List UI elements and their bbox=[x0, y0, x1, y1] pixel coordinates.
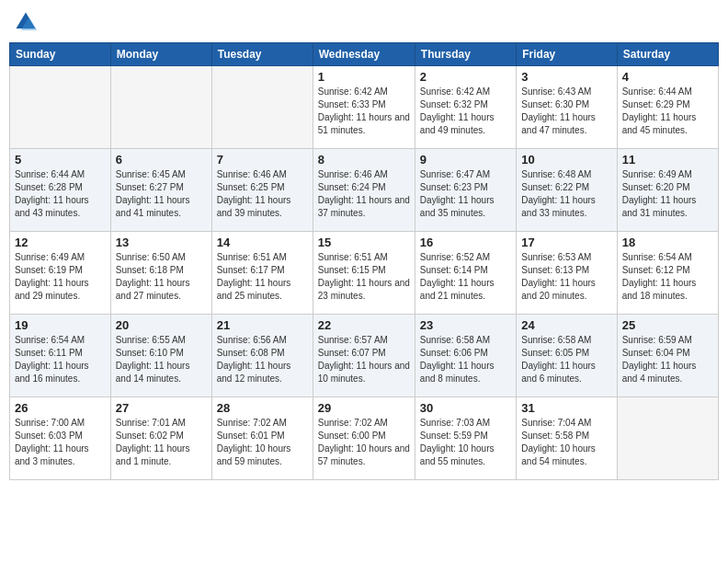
calendar-day-cell: 24Sunrise: 6:58 AMSunset: 6:05 PMDayligh… bbox=[517, 315, 617, 397]
day-info: Sunrise: 6:44 AMSunset: 6:29 PMDaylight:… bbox=[622, 86, 713, 137]
day-info: Sunrise: 6:42 AMSunset: 6:33 PMDaylight:… bbox=[318, 86, 410, 137]
calendar-day-cell: 17Sunrise: 6:53 AMSunset: 6:13 PMDayligh… bbox=[517, 232, 617, 315]
day-info: Sunrise: 6:49 AMSunset: 6:20 PMDaylight:… bbox=[622, 168, 713, 220]
day-info: Sunrise: 6:53 AMSunset: 6:13 PMDaylight:… bbox=[521, 251, 611, 303]
day-info: Sunrise: 6:54 AMSunset: 6:12 PMDaylight:… bbox=[622, 251, 713, 303]
day-number: 15 bbox=[318, 236, 410, 249]
calendar-day-cell: 3Sunrise: 6:43 AMSunset: 6:30 PMDaylight… bbox=[517, 66, 617, 149]
calendar-week-row: 19Sunrise: 6:54 AMSunset: 6:11 PMDayligh… bbox=[10, 315, 719, 397]
day-info: Sunrise: 7:01 AMSunset: 6:02 PMDaylight:… bbox=[116, 417, 207, 468]
calendar-day-cell: 11Sunrise: 6:49 AMSunset: 6:20 PMDayligh… bbox=[617, 149, 718, 232]
day-number: 5 bbox=[15, 153, 106, 167]
calendar-table: SundayMondayTuesdayWednesdayThursdayFrid… bbox=[9, 42, 719, 480]
day-info: Sunrise: 7:02 AMSunset: 6:00 PMDaylight:… bbox=[318, 417, 410, 468]
day-info: Sunrise: 6:48 AMSunset: 6:22 PMDaylight:… bbox=[521, 168, 611, 220]
day-number: 12 bbox=[15, 236, 106, 249]
day-info: Sunrise: 6:45 AMSunset: 6:27 PMDaylight:… bbox=[116, 168, 207, 220]
day-info: Sunrise: 6:55 AMSunset: 6:10 PMDaylight:… bbox=[116, 334, 207, 385]
day-info: Sunrise: 6:51 AMSunset: 6:15 PMDaylight:… bbox=[318, 251, 410, 303]
day-info: Sunrise: 7:03 AMSunset: 5:59 PMDaylight:… bbox=[420, 417, 511, 468]
calendar-day-cell: 30Sunrise: 7:03 AMSunset: 5:59 PMDayligh… bbox=[415, 397, 516, 480]
day-info: Sunrise: 6:54 AMSunset: 6:11 PMDaylight:… bbox=[15, 334, 106, 385]
day-number: 1 bbox=[318, 70, 410, 84]
day-number: 3 bbox=[521, 70, 611, 84]
day-info: Sunrise: 6:42 AMSunset: 6:32 PMDaylight:… bbox=[420, 86, 511, 137]
calendar-day-cell: 15Sunrise: 6:51 AMSunset: 6:15 PMDayligh… bbox=[313, 232, 415, 315]
day-number: 28 bbox=[217, 401, 308, 415]
day-info: Sunrise: 6:44 AMSunset: 6:28 PMDaylight:… bbox=[15, 168, 106, 220]
day-info: Sunrise: 6:50 AMSunset: 6:18 PMDaylight:… bbox=[116, 251, 207, 303]
day-number: 21 bbox=[217, 318, 308, 332]
day-number: 14 bbox=[217, 236, 308, 249]
calendar-day-cell bbox=[10, 66, 111, 149]
calendar-day-cell: 20Sunrise: 6:55 AMSunset: 6:10 PMDayligh… bbox=[110, 315, 211, 397]
calendar-week-row: 26Sunrise: 7:00 AMSunset: 6:03 PMDayligh… bbox=[10, 397, 719, 480]
calendar-day-cell: 14Sunrise: 6:51 AMSunset: 6:17 PMDayligh… bbox=[211, 232, 313, 315]
day-info: Sunrise: 6:58 AMSunset: 6:05 PMDaylight:… bbox=[521, 334, 611, 385]
calendar-day-cell: 13Sunrise: 6:50 AMSunset: 6:18 PMDayligh… bbox=[110, 232, 211, 315]
day-number: 7 bbox=[217, 153, 308, 167]
day-info: Sunrise: 6:56 AMSunset: 6:08 PMDaylight:… bbox=[217, 334, 308, 385]
calendar-day-cell: 21Sunrise: 6:56 AMSunset: 6:08 PMDayligh… bbox=[211, 315, 313, 397]
calendar-day-cell bbox=[211, 66, 313, 149]
calendar-day-cell bbox=[110, 66, 211, 149]
day-number: 27 bbox=[116, 401, 207, 415]
calendar-week-row: 5Sunrise: 6:44 AMSunset: 6:28 PMDaylight… bbox=[10, 149, 719, 232]
calendar-day-cell: 27Sunrise: 7:01 AMSunset: 6:02 PMDayligh… bbox=[110, 397, 211, 480]
day-info: Sunrise: 7:04 AMSunset: 5:58 PMDaylight:… bbox=[521, 417, 611, 468]
calendar-header-row: SundayMondayTuesdayWednesdayThursdayFrid… bbox=[10, 43, 719, 66]
day-number: 16 bbox=[420, 236, 511, 249]
day-number: 19 bbox=[15, 318, 106, 332]
calendar-day-cell: 4Sunrise: 6:44 AMSunset: 6:29 PMDaylight… bbox=[617, 66, 718, 149]
calendar-day-cell: 29Sunrise: 7:02 AMSunset: 6:00 PMDayligh… bbox=[313, 397, 415, 480]
logo-icon bbox=[13, 9, 39, 35]
calendar-day-cell: 7Sunrise: 6:46 AMSunset: 6:25 PMDaylight… bbox=[211, 149, 313, 232]
day-number: 8 bbox=[318, 153, 410, 167]
day-info: Sunrise: 7:00 AMSunset: 6:03 PMDaylight:… bbox=[15, 417, 106, 468]
calendar-day-cell: 5Sunrise: 6:44 AMSunset: 6:28 PMDaylight… bbox=[10, 149, 111, 232]
day-info: Sunrise: 6:52 AMSunset: 6:14 PMDaylight:… bbox=[420, 251, 511, 303]
calendar-day-cell: 25Sunrise: 6:59 AMSunset: 6:04 PMDayligh… bbox=[617, 315, 718, 397]
calendar-day-cell: 28Sunrise: 7:02 AMSunset: 6:01 PMDayligh… bbox=[211, 397, 313, 480]
calendar-day-cell: 22Sunrise: 6:57 AMSunset: 6:07 PMDayligh… bbox=[313, 315, 415, 397]
calendar-day-cell: 16Sunrise: 6:52 AMSunset: 6:14 PMDayligh… bbox=[415, 232, 516, 315]
weekday-header: Tuesday bbox=[211, 43, 313, 66]
day-number: 2 bbox=[420, 70, 511, 84]
calendar-day-cell: 12Sunrise: 6:49 AMSunset: 6:19 PMDayligh… bbox=[10, 232, 111, 315]
day-number: 20 bbox=[116, 318, 207, 332]
day-number: 18 bbox=[622, 236, 713, 249]
calendar-day-cell: 23Sunrise: 6:58 AMSunset: 6:06 PMDayligh… bbox=[415, 315, 516, 397]
day-info: Sunrise: 6:47 AMSunset: 6:23 PMDaylight:… bbox=[420, 168, 511, 220]
day-number: 10 bbox=[521, 153, 611, 167]
day-info: Sunrise: 7:02 AMSunset: 6:01 PMDaylight:… bbox=[217, 417, 308, 468]
day-number: 31 bbox=[521, 401, 611, 415]
day-number: 22 bbox=[318, 318, 410, 332]
calendar-day-cell: 18Sunrise: 6:54 AMSunset: 6:12 PMDayligh… bbox=[617, 232, 718, 315]
day-info: Sunrise: 6:57 AMSunset: 6:07 PMDaylight:… bbox=[318, 334, 410, 385]
calendar-day-cell: 2Sunrise: 6:42 AMSunset: 6:32 PMDaylight… bbox=[415, 66, 516, 149]
day-number: 11 bbox=[622, 153, 713, 167]
calendar-week-row: 1Sunrise: 6:42 AMSunset: 6:33 PMDaylight… bbox=[10, 66, 719, 149]
calendar-day-cell: 10Sunrise: 6:48 AMSunset: 6:22 PMDayligh… bbox=[517, 149, 617, 232]
day-number: 9 bbox=[420, 153, 511, 167]
day-info: Sunrise: 6:58 AMSunset: 6:06 PMDaylight:… bbox=[420, 334, 511, 385]
page-header bbox=[9, 9, 719, 35]
day-info: Sunrise: 6:46 AMSunset: 6:25 PMDaylight:… bbox=[217, 168, 308, 220]
day-info: Sunrise: 6:59 AMSunset: 6:04 PMDaylight:… bbox=[622, 334, 713, 385]
weekday-header: Sunday bbox=[10, 43, 111, 66]
day-number: 6 bbox=[116, 153, 207, 167]
calendar-day-cell: 8Sunrise: 6:46 AMSunset: 6:24 PMDaylight… bbox=[313, 149, 415, 232]
day-number: 26 bbox=[15, 401, 106, 415]
calendar-day-cell: 19Sunrise: 6:54 AMSunset: 6:11 PMDayligh… bbox=[10, 315, 111, 397]
weekday-header: Friday bbox=[517, 43, 617, 66]
weekday-header: Saturday bbox=[617, 43, 718, 66]
day-info: Sunrise: 6:46 AMSunset: 6:24 PMDaylight:… bbox=[318, 168, 410, 220]
calendar-day-cell bbox=[617, 397, 718, 480]
calendar-day-cell: 26Sunrise: 7:00 AMSunset: 6:03 PMDayligh… bbox=[10, 397, 111, 480]
day-info: Sunrise: 6:43 AMSunset: 6:30 PMDaylight:… bbox=[521, 86, 611, 137]
day-number: 23 bbox=[420, 318, 511, 332]
calendar-week-row: 12Sunrise: 6:49 AMSunset: 6:19 PMDayligh… bbox=[10, 232, 719, 315]
day-info: Sunrise: 6:49 AMSunset: 6:19 PMDaylight:… bbox=[15, 251, 106, 303]
calendar-day-cell: 1Sunrise: 6:42 AMSunset: 6:33 PMDaylight… bbox=[313, 66, 415, 149]
calendar-day-cell: 9Sunrise: 6:47 AMSunset: 6:23 PMDaylight… bbox=[415, 149, 516, 232]
